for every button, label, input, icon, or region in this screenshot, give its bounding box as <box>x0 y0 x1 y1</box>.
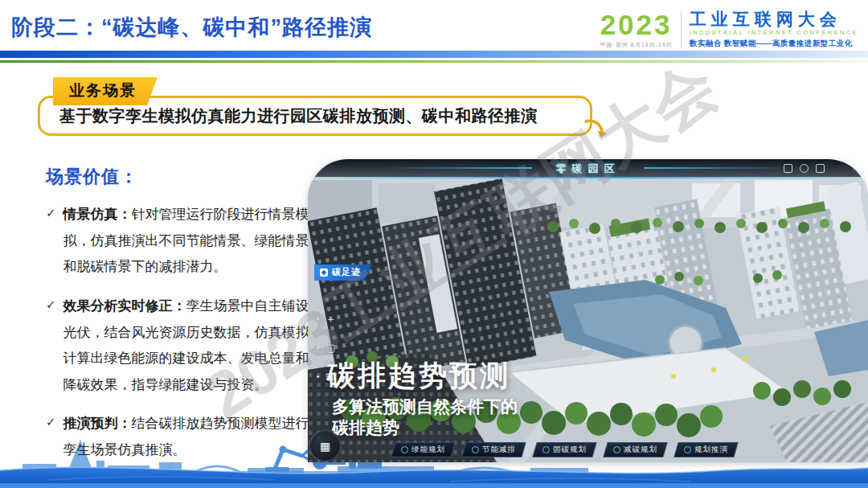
twin-menu-bar: 绿能规划 节能减排 固碳规划 减碳规划 规划推演 <box>393 442 736 457</box>
logo-divider <box>681 11 682 48</box>
menu-label: 节能减排 <box>482 445 516 455</box>
frame-icon: ▢ <box>326 342 335 353</box>
compass-icon[interactable] <box>800 164 809 173</box>
logo-title-cn: 工业互联网大会 <box>690 10 858 27</box>
bullet-lead: 情景仿真： <box>63 207 132 222</box>
hud-toolbar <box>784 164 825 173</box>
view-mode-button[interactable]: ▦ <box>309 430 341 461</box>
tag-icon <box>320 269 328 277</box>
hud-tech-line <box>387 167 532 169</box>
menu-label: 绿能规划 <box>411 445 445 455</box>
header-divider-blue <box>0 51 868 58</box>
overlay-subtitle: 多算法预测自然条件下的 碳排趋势 <box>332 396 518 437</box>
bullet-lead: 效果分析实时修正： <box>63 298 186 314</box>
check-icon: ✓ <box>46 206 56 281</box>
bullet-lead: 推演预判： <box>63 416 132 431</box>
bullet-text: 推演预判：结合碳排放趋势预测模型进行孪生场景仿真推演。 <box>63 411 321 463</box>
check-icon: ✓ <box>46 297 56 399</box>
logo-title-en: INDUSTRIAL INTERNET CONFERENCE <box>690 29 858 36</box>
hud-underline <box>308 177 868 178</box>
control-dot <box>317 375 319 378</box>
conference-logo: 2023 中国·苏州 8月14日-19日 工业互联网大会 INDUSTRIAL … <box>600 10 858 49</box>
overlay-title: 碳排趋势预测 <box>327 357 510 395</box>
menu-button-green-energy[interactable]: 绿能规划 <box>391 442 455 457</box>
bullet-text: 效果分析实时修正：孪生场景中自主铺设光伏，结合风光资源历史数据，仿真模拟计算出绿… <box>63 293 321 399</box>
frame-control[interactable]: ▢ <box>317 342 336 353</box>
menu-label: 减碳规划 <box>624 445 657 455</box>
menu-icon <box>472 446 479 453</box>
list-item: ✓ 情景仿真：针对管理运行阶段进行情景模拟，仿真推演出不同节能情景、绿能情景和脱… <box>46 202 321 281</box>
header-divider-green <box>0 60 868 63</box>
scenario-value-heading: 场景价值： <box>46 165 138 189</box>
layers-icon[interactable] <box>784 164 792 173</box>
control-dot <box>317 347 319 349</box>
overlay-subtitle-line2: 碳排趋势 <box>332 417 518 438</box>
zoom-in-icon: ＋ <box>326 314 336 324</box>
menu-label: 固碳规划 <box>553 445 587 455</box>
menu-button-carbon-reduction[interactable]: 减碳规划 <box>603 442 667 457</box>
menu-icon <box>613 446 620 453</box>
digital-twin-screenshot: 零碳园区 碳足迹 ＋ ▢ ⊞ 碳排趋势预测 多算法预测自然条件下的 碳排趋势 绿… <box>308 159 868 462</box>
logo-slogan: 数实融合 数智赋能——高质量推进新型工业化 <box>690 39 858 49</box>
menu-button-plan-deduction[interactable]: 规划推演 <box>674 442 738 457</box>
overlay-subtitle-line1: 多算法预测自然条件下的 <box>332 396 518 417</box>
zoom-in-control[interactable]: ＋ <box>317 314 336 324</box>
list-item: ✓ 效果分析实时修正：孪生场景中自主铺设光伏，结合风光资源历史数据，仿真模拟计算… <box>46 293 321 399</box>
logo-text-block: 工业互联网大会 INDUSTRIAL INTERNET CONFERENCE 数… <box>690 10 858 49</box>
twin-title: 零碳园区 <box>556 162 620 176</box>
grid-icon: ▦ <box>320 440 330 453</box>
menu-icon <box>542 446 550 453</box>
scenario-value-list: ✓ 情景仿真：针对管理运行阶段进行情景模拟，仿真推演出不同节能情景、绿能情景和脱… <box>46 202 321 477</box>
bullet-text: 情景仿真：针对管理运行阶段进行情景模拟，仿真推演出不同节能情景、绿能情景和脱碳情… <box>63 202 321 281</box>
logo-year-block: 2023 中国·苏州 8月14日-19日 <box>600 10 673 49</box>
arrow-decoration-icon <box>583 117 608 138</box>
menu-button-energy-saving[interactable]: 节能减排 <box>461 442 526 457</box>
page-title: 阶段二：“碳达峰、碳中和”路径推演 <box>11 13 372 42</box>
menu-label: 规划推演 <box>694 445 728 455</box>
control-dot <box>317 318 319 320</box>
fullscreen-icon[interactable] <box>816 164 825 173</box>
logo-year: 2023 <box>600 10 673 39</box>
carbon-footprint-tag[interactable]: 碳足迹 <box>314 265 372 281</box>
menu-button-carbon-fixation[interactable]: 固碳规划 <box>532 442 596 457</box>
hud-tech-line <box>644 167 789 169</box>
menu-icon <box>684 446 691 453</box>
logo-venue: 中国·苏州 8月14日-19日 <box>600 41 673 49</box>
list-item: ✓ 推演预判：结合碳排放趋势预测模型进行孪生场景仿真推演。 <box>46 411 321 463</box>
tag-label: 碳足迹 <box>332 266 361 278</box>
check-icon: ✓ <box>46 415 56 463</box>
menu-icon <box>401 446 408 453</box>
business-scenario-badge: 业务场景 <box>53 77 158 105</box>
business-scenario-text: 基于数字孪生模拟仿真能力进行园区碳排放预测、碳中和路径推演 <box>59 105 538 127</box>
